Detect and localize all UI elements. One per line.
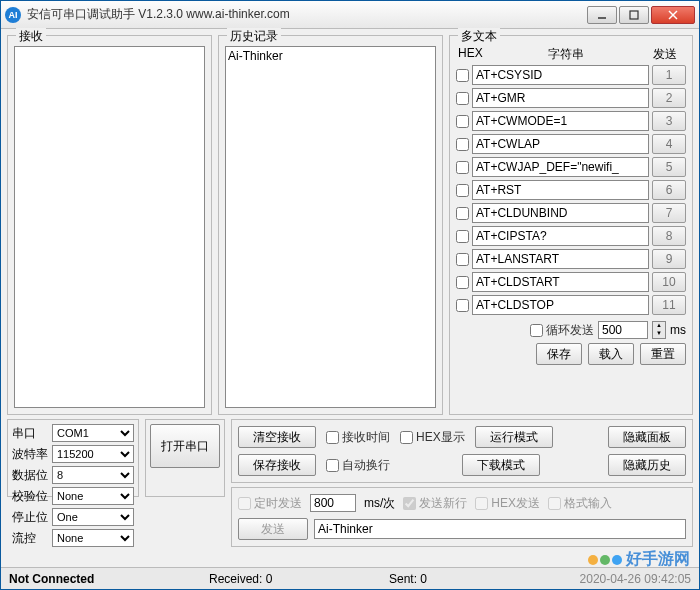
cmd-row: 7	[456, 203, 686, 223]
history-label: 历史记录	[227, 28, 281, 45]
reset-button[interactable]: 重置	[640, 343, 686, 365]
col-send: 发送	[646, 46, 684, 63]
cmd-send-button[interactable]: 6	[652, 180, 686, 200]
cmd-row: 10	[456, 272, 686, 292]
cmd-row: 5	[456, 157, 686, 177]
recv-time-checkbox[interactable]: 接收时间	[326, 429, 390, 446]
window-title: 安信可串口调试助手 V1.2.3.0 www.ai-thinker.com	[27, 6, 587, 23]
hex-display-checkbox[interactable]: HEX显示	[400, 429, 465, 446]
multitext-group: 多文本 HEX 字符串 发送 1234567891011 循环发送 ▲▼ ms …	[449, 35, 693, 415]
titlebar: AI 安信可串口调试助手 V1.2.3.0 www.ai-thinker.com	[1, 1, 699, 29]
cmd-text-input[interactable]	[472, 134, 649, 154]
cmd-send-button[interactable]: 2	[652, 88, 686, 108]
cmd-send-button[interactable]: 3	[652, 111, 686, 131]
cmd-row: 3	[456, 111, 686, 131]
parity-select[interactable]: None	[52, 487, 134, 505]
history-textbox[interactable]: Ai-Thinker	[225, 46, 436, 408]
svg-rect-1	[630, 11, 638, 19]
send-newline-checkbox[interactable]: 发送新行	[403, 495, 467, 512]
col-string: 字符串	[486, 46, 646, 63]
save-button[interactable]: 保存	[536, 343, 582, 365]
cmd-row: 2	[456, 88, 686, 108]
cmd-hex-checkbox[interactable]	[456, 115, 469, 128]
receive-textbox[interactable]	[14, 46, 205, 408]
send-button[interactable]: 发送	[238, 518, 308, 540]
cmd-row: 9	[456, 249, 686, 269]
cmd-hex-checkbox[interactable]	[456, 253, 469, 266]
cmd-send-button[interactable]: 4	[652, 134, 686, 154]
maximize-button[interactable]	[619, 6, 649, 24]
history-group: 历史记录 Ai-Thinker	[218, 35, 443, 415]
status-received: Received: 0	[209, 572, 389, 586]
cmd-hex-checkbox[interactable]	[456, 230, 469, 243]
cmd-send-button[interactable]: 5	[652, 157, 686, 177]
cmd-text-input[interactable]	[472, 272, 649, 292]
save-recv-button[interactable]: 保存接收	[238, 454, 316, 476]
cmd-text-input[interactable]	[472, 226, 649, 246]
multitext-label: 多文本	[458, 28, 500, 45]
download-mode-button[interactable]: 下载模式	[462, 454, 540, 476]
cmd-send-button[interactable]: 8	[652, 226, 686, 246]
format-input-checkbox[interactable]: 格式输入	[548, 495, 612, 512]
flow-label: 流控	[12, 530, 48, 547]
cmd-send-button[interactable]: 7	[652, 203, 686, 223]
col-hex: HEX	[458, 46, 486, 63]
databits-label: 数据位	[12, 467, 48, 484]
cmd-hex-checkbox[interactable]	[456, 207, 469, 220]
close-button[interactable]	[651, 6, 695, 24]
cmd-hex-checkbox[interactable]	[456, 276, 469, 289]
port-select[interactable]: COM1	[52, 424, 134, 442]
cmd-text-input[interactable]	[472, 65, 649, 85]
load-button[interactable]: 载入	[588, 343, 634, 365]
send-box: 定时发送 ms/次 发送新行 HEX发送 格式输入 发送	[231, 487, 693, 547]
cmd-send-button[interactable]: 1	[652, 65, 686, 85]
cmd-send-button[interactable]: 10	[652, 272, 686, 292]
status-bar: Not Connected Received: 0 Sent: 0 2020-0…	[1, 567, 699, 589]
cmd-hex-checkbox[interactable]	[456, 299, 469, 312]
app-icon: AI	[5, 7, 21, 23]
hex-send-checkbox[interactable]: HEX发送	[475, 495, 540, 512]
cmd-hex-checkbox[interactable]	[456, 184, 469, 197]
stopbits-select[interactable]: One	[52, 508, 134, 526]
cmd-text-input[interactable]	[472, 295, 649, 315]
cmd-send-button[interactable]: 9	[652, 249, 686, 269]
minimize-button[interactable]	[587, 6, 617, 24]
stopbits-label: 停止位	[12, 509, 48, 526]
run-mode-button[interactable]: 运行模式	[475, 426, 553, 448]
cmd-row: 4	[456, 134, 686, 154]
open-port-button[interactable]: 打开串口	[150, 424, 220, 468]
timed-send-checkbox[interactable]: 定时发送	[238, 495, 302, 512]
databits-select[interactable]: 8	[52, 466, 134, 484]
cmd-text-input[interactable]	[472, 180, 649, 200]
parity-label: 校验位	[12, 488, 48, 505]
receive-label: 接收	[16, 28, 46, 45]
cmd-text-input[interactable]	[472, 157, 649, 177]
cmd-hex-checkbox[interactable]	[456, 69, 469, 82]
cmd-text-input[interactable]	[472, 249, 649, 269]
loop-interval-input[interactable]	[598, 321, 648, 339]
auto-wrap-checkbox[interactable]: 自动换行	[326, 457, 390, 474]
cmd-text-input[interactable]	[472, 88, 649, 108]
hide-panel-button[interactable]: 隐藏面板	[608, 426, 686, 448]
clear-recv-button[interactable]: 清空接收	[238, 426, 316, 448]
loop-send-checkbox[interactable]: 循环发送	[530, 322, 594, 339]
port-label: 串口	[12, 425, 48, 442]
cmd-hex-checkbox[interactable]	[456, 161, 469, 174]
cmd-hex-checkbox[interactable]	[456, 138, 469, 151]
baud-label: 波特率	[12, 446, 48, 463]
cmd-send-button[interactable]: 11	[652, 295, 686, 315]
timed-unit: ms/次	[364, 495, 395, 512]
timed-interval-input[interactable]	[310, 494, 356, 512]
baud-select[interactable]: 115200	[52, 445, 134, 463]
cmd-text-input[interactable]	[472, 203, 649, 223]
flow-select[interactable]: None	[52, 529, 134, 547]
send-content-input[interactable]	[314, 519, 686, 539]
cmd-row: 8	[456, 226, 686, 246]
status-time: 2020-04-26 09:42:05	[529, 572, 691, 586]
cmd-row: 6	[456, 180, 686, 200]
status-sent: Sent: 0	[389, 572, 529, 586]
hide-history-button[interactable]: 隐藏历史	[608, 454, 686, 476]
cmd-text-input[interactable]	[472, 111, 649, 131]
loop-spinner[interactable]: ▲▼	[652, 321, 666, 339]
cmd-hex-checkbox[interactable]	[456, 92, 469, 105]
